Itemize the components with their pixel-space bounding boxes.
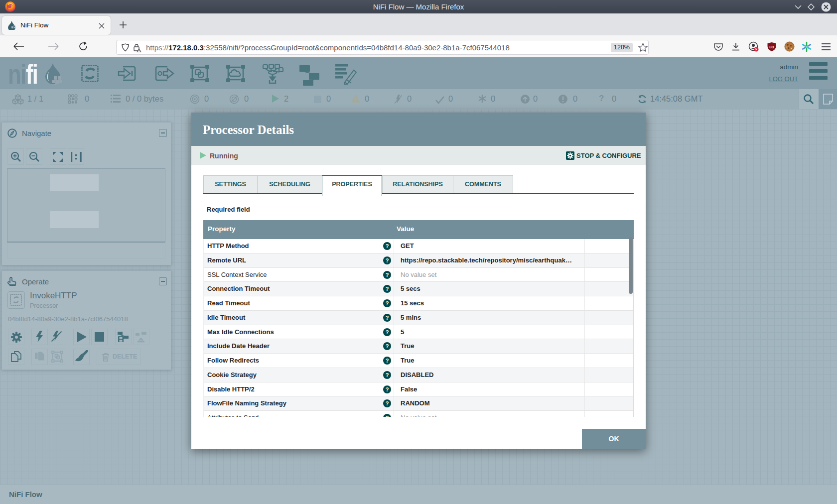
svg-text:uO: uO bbox=[769, 45, 774, 49]
